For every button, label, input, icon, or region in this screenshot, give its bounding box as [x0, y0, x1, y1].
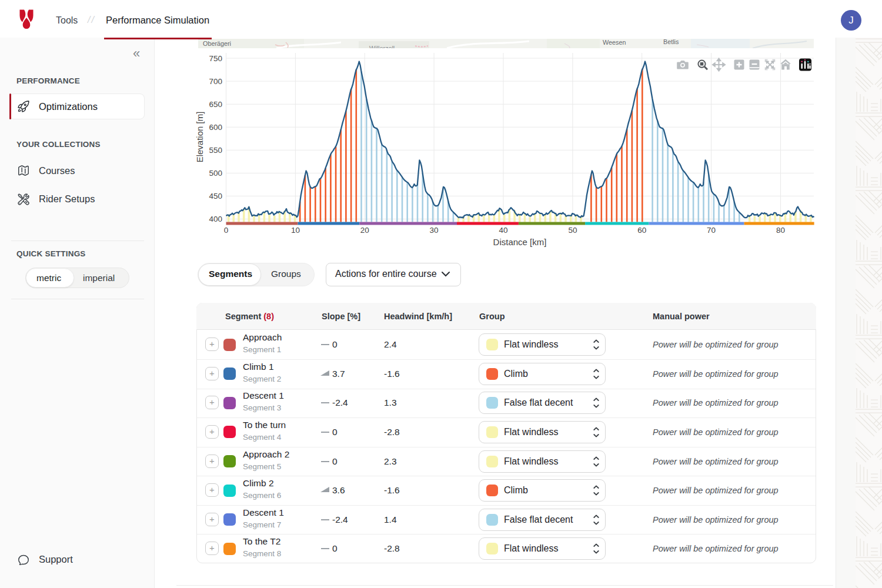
svg-text:50: 50: [568, 226, 577, 235]
svg-text:Elevation [m]: Elevation [m]: [195, 112, 205, 163]
svg-text:80: 80: [776, 226, 785, 235]
svg-text:700: 700: [209, 77, 222, 86]
svg-text:20: 20: [360, 226, 369, 235]
svg-text:0: 0: [224, 226, 229, 235]
svg-text:Willerzell: Willerzell: [369, 45, 395, 52]
svg-text:Weesen: Weesen: [603, 39, 626, 46]
svg-text:650: 650: [209, 100, 222, 109]
svg-text:450: 450: [209, 192, 222, 201]
svg-text:600: 600: [209, 123, 222, 132]
svg-text:10: 10: [291, 226, 300, 235]
svg-text:Betlis: Betlis: [663, 39, 679, 45]
svg-text:Oberägeri: Oberägeri: [203, 40, 231, 47]
svg-text:750: 750: [209, 54, 222, 63]
svg-text:30: 30: [430, 226, 439, 235]
svg-text:70: 70: [707, 226, 716, 235]
svg-text:400: 400: [209, 215, 222, 223]
svg-text:550: 550: [209, 146, 222, 155]
svg-text:500: 500: [209, 169, 222, 178]
svg-text:60: 60: [637, 226, 646, 235]
svg-text:Distance [km]: Distance [km]: [493, 237, 547, 247]
svg-text:40: 40: [499, 226, 507, 235]
